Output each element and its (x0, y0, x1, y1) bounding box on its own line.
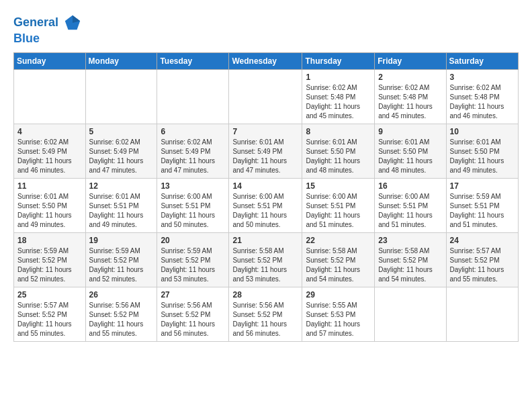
calendar-cell: 2Sunrise: 6:02 AM Sunset: 5:48 PM Daylig… (375, 69, 446, 124)
day-info: Sunrise: 6:01 AM Sunset: 5:50 PM Dayligh… (450, 138, 515, 175)
day-info: Sunrise: 5:56 AM Sunset: 5:52 PM Dayligh… (89, 301, 154, 338)
calendar-cell: 11Sunrise: 6:01 AM Sunset: 5:50 PM Dayli… (14, 178, 86, 232)
calendar-cell: 15Sunrise: 6:00 AM Sunset: 5:51 PM Dayli… (302, 178, 375, 232)
day-number: 9 (378, 127, 442, 136)
day-number: 8 (306, 127, 371, 136)
day-header-sunday: Sunday (14, 52, 86, 69)
calendar-cell: 20Sunrise: 5:59 AM Sunset: 5:52 PM Dayli… (157, 232, 229, 287)
day-info: Sunrise: 6:02 AM Sunset: 5:49 PM Dayligh… (17, 138, 82, 175)
calendar-cell: 28Sunrise: 5:56 AM Sunset: 5:52 PM Dayli… (229, 287, 302, 341)
day-info: Sunrise: 5:56 AM Sunset: 5:52 PM Dayligh… (161, 301, 225, 338)
day-number: 29 (306, 290, 371, 300)
calendar-table: SundayMondayTuesdayWednesdayThursdayFrid… (13, 52, 519, 342)
calendar-cell: 9Sunrise: 6:01 AM Sunset: 5:50 PM Daylig… (375, 124, 446, 178)
calendar-cell: 27Sunrise: 5:56 AM Sunset: 5:52 PM Dayli… (157, 287, 229, 341)
page-header: General Blue (13, 11, 519, 46)
calendar-cell: 23Sunrise: 5:58 AM Sunset: 5:52 PM Dayli… (375, 232, 446, 287)
day-number: 14 (232, 181, 298, 191)
day-number: 3 (450, 73, 515, 82)
day-info: Sunrise: 6:01 AM Sunset: 5:51 PM Dayligh… (89, 192, 154, 230)
day-number: 12 (89, 181, 154, 191)
calendar-cell (375, 287, 446, 341)
day-info: Sunrise: 6:01 AM Sunset: 5:50 PM Dayligh… (17, 192, 82, 230)
day-info: Sunrise: 6:00 AM Sunset: 5:51 PM Dayligh… (306, 192, 371, 230)
day-number: 27 (161, 290, 225, 300)
calendar-cell: 29Sunrise: 5:55 AM Sunset: 5:53 PM Dayli… (302, 287, 375, 341)
calendar-cell (14, 69, 86, 124)
day-number: 4 (17, 127, 82, 136)
day-info: Sunrise: 6:01 AM Sunset: 5:49 PM Dayligh… (232, 138, 298, 175)
day-number: 17 (450, 181, 515, 191)
calendar-cell: 22Sunrise: 5:58 AM Sunset: 5:52 PM Dayli… (302, 232, 375, 287)
logo-blue: Blue (13, 32, 82, 46)
day-number: 7 (232, 127, 298, 136)
calendar-cell: 18Sunrise: 5:59 AM Sunset: 5:52 PM Dayli… (14, 232, 86, 287)
day-number: 20 (161, 236, 225, 245)
day-number: 16 (378, 181, 442, 191)
day-info: Sunrise: 5:58 AM Sunset: 5:52 PM Dayligh… (232, 246, 298, 284)
day-header-thursday: Thursday (302, 52, 375, 69)
day-number: 25 (17, 290, 82, 300)
day-number: 11 (17, 181, 82, 191)
calendar-cell: 16Sunrise: 6:00 AM Sunset: 5:51 PM Dayli… (375, 178, 446, 232)
day-number: 24 (450, 236, 515, 245)
calendar-cell: 8Sunrise: 6:01 AM Sunset: 5:50 PM Daylig… (302, 124, 375, 178)
day-info: Sunrise: 6:02 AM Sunset: 5:48 PM Dayligh… (450, 83, 515, 121)
day-info: Sunrise: 6:02 AM Sunset: 5:49 PM Dayligh… (89, 138, 154, 175)
calendar-cell: 7Sunrise: 6:01 AM Sunset: 5:49 PM Daylig… (229, 124, 302, 178)
calendar-cell: 12Sunrise: 6:01 AM Sunset: 5:51 PM Dayli… (85, 178, 157, 232)
calendar-cell: 10Sunrise: 6:01 AM Sunset: 5:50 PM Dayli… (446, 124, 518, 178)
day-number: 18 (17, 236, 82, 245)
calendar-cell (446, 287, 518, 341)
day-header-wednesday: Wednesday (229, 52, 302, 69)
day-number: 22 (306, 236, 371, 245)
calendar-cell: 19Sunrise: 5:59 AM Sunset: 5:52 PM Dayli… (85, 232, 157, 287)
calendar-cell (85, 69, 157, 124)
day-number: 1 (306, 73, 371, 82)
day-number: 23 (378, 236, 442, 245)
day-header-friday: Friday (375, 52, 446, 69)
day-number: 19 (89, 236, 154, 245)
day-info: Sunrise: 5:59 AM Sunset: 5:52 PM Dayligh… (17, 246, 82, 284)
calendar-cell: 3Sunrise: 6:02 AM Sunset: 5:48 PM Daylig… (446, 69, 518, 124)
calendar-cell: 25Sunrise: 5:57 AM Sunset: 5:52 PM Dayli… (14, 287, 86, 341)
day-number: 21 (232, 236, 298, 245)
day-header-monday: Monday (85, 52, 157, 69)
day-info: Sunrise: 5:59 AM Sunset: 5:52 PM Dayligh… (89, 246, 154, 284)
calendar-cell: 5Sunrise: 6:02 AM Sunset: 5:49 PM Daylig… (85, 124, 157, 178)
calendar-cell: 13Sunrise: 6:00 AM Sunset: 5:51 PM Dayli… (157, 178, 229, 232)
day-number: 5 (89, 127, 154, 136)
day-info: Sunrise: 6:02 AM Sunset: 5:49 PM Dayligh… (161, 138, 225, 175)
calendar-cell: 21Sunrise: 5:58 AM Sunset: 5:52 PM Dayli… (229, 232, 302, 287)
day-info: Sunrise: 5:55 AM Sunset: 5:53 PM Dayligh… (306, 301, 371, 338)
day-info: Sunrise: 5:59 AM Sunset: 5:52 PM Dayligh… (161, 246, 225, 284)
calendar-cell (157, 69, 229, 124)
calendar-cell: 17Sunrise: 5:59 AM Sunset: 5:51 PM Dayli… (446, 178, 518, 232)
day-info: Sunrise: 6:00 AM Sunset: 5:51 PM Dayligh… (161, 192, 225, 230)
calendar-cell: 24Sunrise: 5:57 AM Sunset: 5:52 PM Dayli… (446, 232, 518, 287)
day-info: Sunrise: 5:58 AM Sunset: 5:52 PM Dayligh… (306, 246, 371, 284)
calendar-cell: 6Sunrise: 6:02 AM Sunset: 5:49 PM Daylig… (157, 124, 229, 178)
day-info: Sunrise: 5:57 AM Sunset: 5:52 PM Dayligh… (17, 301, 82, 338)
day-info: Sunrise: 6:00 AM Sunset: 5:51 PM Dayligh… (232, 192, 298, 230)
calendar-cell (229, 69, 302, 124)
calendar-cell: 26Sunrise: 5:56 AM Sunset: 5:52 PM Dayli… (85, 287, 157, 341)
day-info: Sunrise: 6:00 AM Sunset: 5:51 PM Dayligh… (378, 192, 442, 230)
day-header-tuesday: Tuesday (157, 52, 229, 69)
day-number: 6 (161, 127, 225, 136)
day-info: Sunrise: 6:01 AM Sunset: 5:50 PM Dayligh… (306, 138, 371, 175)
day-number: 10 (450, 127, 515, 136)
day-info: Sunrise: 6:02 AM Sunset: 5:48 PM Dayligh… (306, 83, 371, 121)
calendar-cell: 4Sunrise: 6:02 AM Sunset: 5:49 PM Daylig… (14, 124, 86, 178)
day-number: 26 (89, 290, 154, 300)
day-number: 15 (306, 181, 371, 191)
day-info: Sunrise: 6:02 AM Sunset: 5:48 PM Dayligh… (378, 83, 442, 121)
day-info: Sunrise: 5:56 AM Sunset: 5:52 PM Dayligh… (232, 301, 298, 338)
calendar-cell: 1Sunrise: 6:02 AM Sunset: 5:48 PM Daylig… (302, 69, 375, 124)
day-info: Sunrise: 6:01 AM Sunset: 5:50 PM Dayligh… (378, 138, 442, 175)
day-header-saturday: Saturday (446, 52, 518, 69)
calendar-cell: 14Sunrise: 6:00 AM Sunset: 5:51 PM Dayli… (229, 178, 302, 232)
day-info: Sunrise: 5:59 AM Sunset: 5:51 PM Dayligh… (450, 192, 515, 230)
day-info: Sunrise: 5:57 AM Sunset: 5:52 PM Dayligh… (450, 246, 515, 284)
day-info: Sunrise: 5:58 AM Sunset: 5:52 PM Dayligh… (378, 246, 442, 284)
